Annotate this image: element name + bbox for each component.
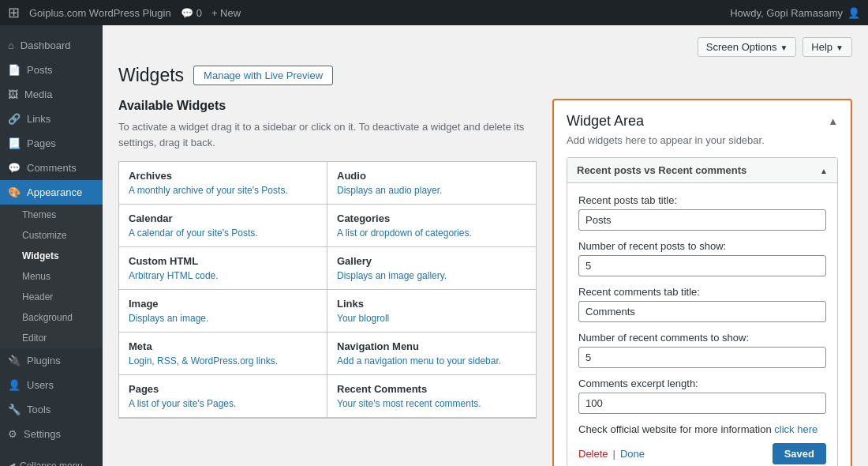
- submenu-item-customize[interactable]: Customize: [0, 225, 103, 246]
- recent-comments-count-label: Number of recent comments to show:: [578, 332, 826, 344]
- comment-icon: 💬: [181, 7, 193, 19]
- excerpt-length-label: Comments excerpt length:: [578, 378, 826, 389]
- sidebar-item-settings[interactable]: ⚙ Settings: [0, 422, 103, 446]
- appearance-icon: 🎨: [8, 186, 21, 198]
- widget-item-links[interactable]: Links Your blogroll: [327, 290, 536, 333]
- widget-area-collapse-icon[interactable]: ▲: [828, 115, 838, 127]
- sidebar-label-tools: Tools: [27, 404, 51, 415]
- widget-item-recent-comments[interactable]: Recent Comments Your site's most recent …: [327, 375, 536, 418]
- comment-count: 0: [196, 7, 202, 19]
- media-icon: 🖼: [8, 88, 18, 100]
- submenu-item-menus[interactable]: Menus: [0, 266, 103, 287]
- recent-posts-title-input[interactable]: [578, 209, 826, 231]
- widget-name-links: Links: [337, 298, 526, 310]
- sidebar-item-plugins[interactable]: 🔌 Plugins: [0, 348, 103, 373]
- howdy-text: Howdy, Gopi Ramasamy: [730, 7, 843, 19]
- widget-area-header: Widget Area ▲: [567, 113, 838, 130]
- widget-item-calendar[interactable]: Calendar A calendar of your site's Posts…: [119, 205, 327, 247]
- widget-item-custom-html[interactable]: Custom HTML Arbitrary HTML code.: [119, 247, 327, 290]
- sidebar-item-users[interactable]: 👤 Users: [0, 373, 103, 397]
- submenu-item-widgets[interactable]: Widgets: [0, 246, 103, 266]
- submenu-item-editor[interactable]: Editor: [0, 328, 103, 348]
- sidebar-item-appearance[interactable]: 🎨 Appearance: [0, 180, 103, 205]
- site-name[interactable]: Goiplus.com WordPress Plugin: [29, 7, 171, 19]
- sidebar-item-tools[interactable]: 🔧 Tools: [0, 397, 103, 422]
- user-info: Howdy, Gopi Ramasamy 👤: [730, 7, 860, 19]
- widget-item-navigation-menu[interactable]: Navigation Menu Add a navigation menu to…: [327, 333, 536, 375]
- info-text: Check official website for more informat…: [578, 423, 772, 435]
- pages-icon: 📃: [8, 137, 21, 149]
- widget-desc-links: Your blogroll: [337, 313, 526, 324]
- screen-options-button[interactable]: Screen Options: [698, 37, 797, 57]
- sidebar-item-comments[interactable]: 💬 Comments: [0, 156, 103, 180]
- expanded-widget-collapse-icon: [820, 164, 828, 176]
- help-arrow-icon: [836, 41, 844, 53]
- excerpt-length-input[interactable]: [578, 393, 826, 414]
- widgets-grid: Archives A monthly archive of your site'…: [118, 161, 537, 419]
- user-avatar: 👤: [847, 7, 860, 19]
- widget-name-categories: Categories: [337, 212, 526, 224]
- widget-desc-image: Displays an image.: [129, 313, 317, 324]
- saved-button[interactable]: Saved: [773, 443, 826, 464]
- submenu-item-header[interactable]: Header: [0, 287, 103, 307]
- sidebar-item-links[interactable]: 🔗 Links: [0, 107, 103, 131]
- submenu-item-themes[interactable]: Themes: [0, 205, 103, 225]
- widget-info-text: Check official website for more informat…: [578, 423, 826, 435]
- done-link[interactable]: Done: [620, 448, 645, 460]
- recent-comments-title-input[interactable]: [578, 301, 826, 322]
- recent-posts-count-input[interactable]: [578, 255, 826, 276]
- widget-name-recent-comments: Recent Comments: [337, 383, 526, 395]
- info-link[interactable]: click here: [774, 423, 817, 435]
- widget-item-archives[interactable]: Archives A monthly archive of your site'…: [119, 162, 327, 205]
- widget-name-gallery: Gallery: [337, 255, 526, 267]
- sidebar-label-links: Links: [27, 113, 51, 125]
- widget-item-pages[interactable]: Pages A list of your site's Pages.: [119, 375, 327, 418]
- expanded-widget-header[interactable]: Recent posts vs Recent comments: [567, 158, 837, 183]
- admin-bar: ⊞ Goiplus.com WordPress Plugin 💬 0 + New…: [0, 0, 868, 25]
- widget-area-description: Add widgets here to appear in your sideb…: [567, 134, 838, 146]
- sidebar-item-dashboard[interactable]: ⌂ Dashboard: [0, 33, 103, 58]
- widget-item-gallery[interactable]: Gallery Displays an image gallery.: [327, 247, 536, 290]
- form-row-excerpt-length: Comments excerpt length:: [578, 378, 826, 414]
- widget-item-image[interactable]: Image Displays an image.: [119, 290, 327, 333]
- help-button[interactable]: Help: [803, 37, 852, 57]
- recent-posts-count-label: Number of recent posts to show:: [578, 240, 826, 252]
- widget-item-categories[interactable]: Categories A list or dropdown of categor…: [327, 205, 536, 247]
- widget-name-meta: Meta: [129, 340, 317, 352]
- sidebar-label-comments: Comments: [27, 162, 77, 174]
- live-preview-button[interactable]: Manage with Live Preview: [193, 66, 333, 85]
- widget-desc-pages: A list of your site's Pages.: [129, 398, 317, 409]
- widget-item-audio[interactable]: Audio Displays an audio player.: [327, 162, 536, 205]
- sidebar-item-posts[interactable]: 📄 Posts: [0, 58, 103, 82]
- recent-posts-title-label: Recent posts tab title:: [578, 194, 826, 206]
- comments-icon: 💬: [8, 162, 21, 174]
- sidebar-label-plugins: Plugins: [27, 355, 61, 366]
- widget-footer: Delete | Done Saved: [578, 443, 826, 464]
- widget-area-panel: Widget Area ▲ Add widgets here to appear…: [552, 99, 852, 466]
- sidebar-item-pages[interactable]: 📃 Pages: [0, 131, 103, 156]
- admin-sidebar: ⌂ Dashboard 📄 Posts 🖼 Media 🔗 Links 📃 Pa…: [0, 25, 103, 466]
- delete-link[interactable]: Delete: [578, 448, 608, 460]
- widget-item-meta[interactable]: Meta Login, RSS, & WordPress.org links.: [119, 333, 327, 375]
- page-header: Widgets Manage with Live Preview: [118, 65, 852, 86]
- widget-name-pages: Pages: [129, 383, 317, 395]
- collapse-menu-button[interactable]: ◀ Collapse menu: [0, 454, 103, 466]
- form-row-recent-comments-count: Number of recent comments to show:: [578, 332, 826, 368]
- sidebar-item-media[interactable]: 🖼 Media: [0, 82, 103, 107]
- widgets-layout: Available Widgets To activate a widget d…: [118, 99, 852, 466]
- widget-footer-links: Delete | Done: [578, 448, 645, 460]
- collapse-label: Collapse menu: [20, 460, 83, 466]
- help-label: Help: [811, 41, 832, 53]
- sidebar-label-settings: Settings: [24, 428, 61, 440]
- recent-comments-count-input[interactable]: [578, 347, 826, 368]
- widget-name-calendar: Calendar: [129, 212, 317, 224]
- new-item[interactable]: + New: [211, 7, 241, 19]
- submenu-item-background[interactable]: Background: [0, 307, 103, 328]
- recent-comments-title-label: Recent comments tab title:: [578, 286, 826, 298]
- wp-logo-icon: ⊞: [8, 4, 20, 21]
- settings-icon: ⚙: [8, 428, 17, 440]
- sidebar-label-media: Media: [24, 88, 52, 100]
- widget-desc-archives: A monthly archive of your site's Posts.: [129, 185, 317, 196]
- appearance-submenu: Themes Customize Widgets Menus Header Ba…: [0, 205, 103, 348]
- widget-desc-gallery: Displays an image gallery.: [337, 270, 526, 281]
